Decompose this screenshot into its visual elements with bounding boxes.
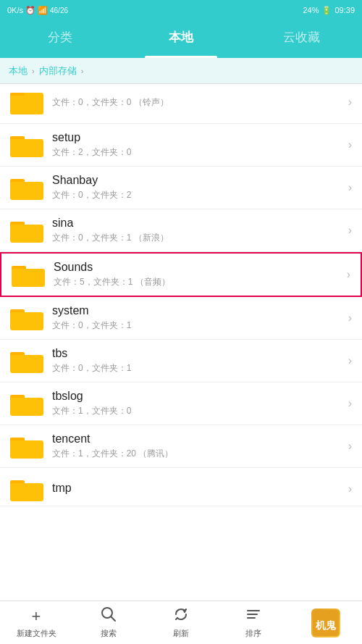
new-folder-button[interactable]: + 新建文件夹 <box>0 607 72 639</box>
folder-icon <box>10 432 43 460</box>
tab-local[interactable]: 本地 <box>121 20 242 58</box>
svg-rect-10 <box>12 269 45 287</box>
file-name: Sounds <box>54 261 341 274</box>
file-meta: 文件：0，文件夹：1 <box>52 362 342 375</box>
chevron-icon: › <box>348 138 352 151</box>
chevron-icon: › <box>348 354 352 367</box>
sort-label: 排序 <box>245 628 261 639</box>
file-info: tbs 文件：0，文件夹：1 <box>52 347 342 375</box>
list-item[interactable]: tbs 文件：0，文件夹：1 › <box>0 340 362 382</box>
file-meta: 文件：2，文件夹：0 <box>52 146 342 159</box>
status-right: 24% 🔋 09:39 <box>303 6 355 15</box>
list-item[interactable]: tmp › <box>0 468 362 506</box>
list-item[interactable]: sina 文件：0，文件夹：1 （新浪） › <box>0 209 362 252</box>
plus-icon: + <box>32 607 41 626</box>
tab-cloud[interactable]: 云收藏 <box>241 20 362 58</box>
folder-icon <box>10 88 43 116</box>
chevron-icon: › <box>348 440 352 453</box>
breadcrumb-local[interactable]: 本地 <box>9 64 28 78</box>
status-bar: 0K/s ⏰ 📶 46/26 24% 🔋 09:39 <box>0 0 362 20</box>
search-icon <box>101 606 117 626</box>
folder-icon <box>10 131 43 159</box>
folder-icon <box>12 261 45 288</box>
file-info: Shanbay 文件：0，文件夹：2 <box>52 174 342 201</box>
chevron-icon: › <box>348 96 352 109</box>
battery-percent: 24% <box>303 6 319 14</box>
time-display: 09:39 <box>334 6 355 14</box>
svg-rect-6 <box>10 182 43 200</box>
file-name: system <box>52 304 342 317</box>
sort-button[interactable]: 排序 <box>217 606 290 639</box>
refresh-button[interactable]: 刷新 <box>145 606 217 639</box>
file-info: tencent 文件：1，文件夹：20 （腾讯） <box>52 432 342 460</box>
search-button[interactable]: 搜索 <box>72 606 145 639</box>
svg-rect-12 <box>10 312 43 330</box>
file-info: tbslog 文件：1，文件夹：0 <box>52 390 342 417</box>
brand-button[interactable]: 机鬼 <box>290 609 362 637</box>
top-navigation: 分类 本地 云收藏 <box>0 20 362 58</box>
chevron-icon: › <box>348 224 352 237</box>
svg-rect-4 <box>10 139 43 157</box>
svg-rect-16 <box>10 398 43 416</box>
file-info: Sounds 文件：5，文件夹：1 （音频） <box>54 261 341 288</box>
svg-rect-14 <box>10 355 43 373</box>
chevron-icon: › <box>348 397 352 410</box>
file-info: system 文件：0，文件夹：1 <box>52 304 342 332</box>
file-name: tencent <box>52 432 342 446</box>
svg-rect-2 <box>10 96 43 114</box>
clock-icon: ⏰ <box>25 6 35 15</box>
file-name: tmp <box>52 482 342 495</box>
chevron-icon: › <box>348 181 352 194</box>
signal-text: 46/26 <box>50 7 68 14</box>
list-item[interactable]: tencent 文件：1，文件夹：20 （腾讯） › <box>0 425 362 468</box>
list-item[interactable]: tbslog 文件：1，文件夹：0 › <box>0 382 362 425</box>
sort-icon <box>245 606 261 626</box>
tab-cloud-label: 云收藏 <box>283 29 320 46</box>
battery-icon: 🔋 <box>321 6 332 15</box>
breadcrumb-internal-storage[interactable]: 内部存储 <box>39 64 77 78</box>
refresh-icon <box>173 606 189 626</box>
file-name: setup <box>52 131 342 144</box>
list-item[interactable]: 文件：0，文件夹：0 （铃声） › <box>0 84 362 124</box>
list-item[interactable]: setup 文件：2，文件夹：0 › <box>0 124 362 167</box>
file-meta: 文件：1，文件夹：20 （腾讯） <box>52 448 342 460</box>
list-item[interactable]: Shanbay 文件：0，文件夹：2 › <box>0 167 362 209</box>
file-name: tbs <box>52 347 342 360</box>
tab-classify[interactable]: 分类 <box>0 20 121 58</box>
folder-icon <box>10 347 43 375</box>
file-info: setup 文件：2，文件夹：0 <box>52 131 342 159</box>
file-meta: 文件：1，文件夹：0 <box>52 405 342 417</box>
folder-icon <box>10 304 43 332</box>
svg-line-22 <box>111 616 115 621</box>
breadcrumb: 本地 › 内部存储 › <box>0 58 362 84</box>
file-name: sina <box>52 217 342 230</box>
list-item[interactable]: system 文件：0，文件夹：1 › <box>0 297 362 340</box>
breadcrumb-sep-2: › <box>81 67 84 75</box>
file-meta: 文件：0，文件夹：2 <box>52 189 342 201</box>
svg-rect-8 <box>10 225 43 243</box>
folder-icon <box>10 174 43 201</box>
tab-local-label: 本地 <box>169 29 193 46</box>
breadcrumb-sep-1: › <box>32 67 35 75</box>
svg-rect-20 <box>10 483 43 501</box>
chevron-icon: › <box>347 268 350 281</box>
file-name: tbslog <box>52 390 342 403</box>
new-folder-label: 新建文件夹 <box>17 628 56 639</box>
search-label: 搜索 <box>101 628 117 639</box>
svg-text:机鬼: 机鬼 <box>315 619 337 631</box>
chevron-icon: › <box>348 311 352 325</box>
list-item-sounds[interactable]: Sounds 文件：5，文件夹：1 （音频） › <box>0 252 362 297</box>
network-speed: 0K/s <box>7 6 23 14</box>
folder-icon <box>10 217 43 244</box>
refresh-label: 刷新 <box>173 628 189 639</box>
file-meta: 文件：5，文件夹：1 （音频） <box>54 276 341 288</box>
brand-icon: 机鬼 <box>311 609 340 637</box>
status-left: 0K/s ⏰ 📶 46/26 <box>7 6 68 15</box>
folder-icon <box>10 475 43 503</box>
wifi-icon: 📶 <box>38 6 48 15</box>
file-meta-partial: 文件：0，文件夹：0 （铃声） <box>52 96 342 109</box>
file-list: 文件：0，文件夹：0 （铃声） › setup 文件：2，文件夹：0 › Sha… <box>0 84 362 601</box>
file-meta: 文件：0，文件夹：1 <box>52 319 342 332</box>
folder-icon <box>10 390 43 417</box>
file-info: tmp <box>52 482 342 497</box>
